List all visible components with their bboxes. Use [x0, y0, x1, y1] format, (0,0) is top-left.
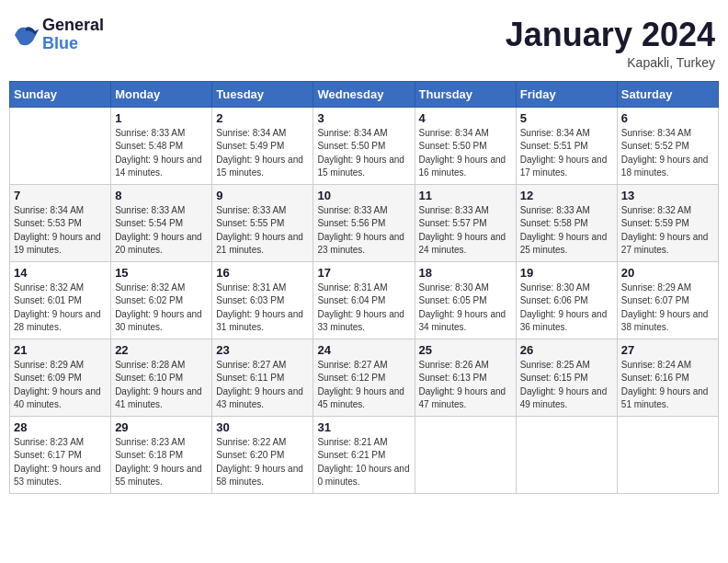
- day-number: 30: [216, 420, 309, 434]
- day-info: Sunrise: 8:33 AM Sunset: 5:58 PM Dayligh…: [520, 204, 613, 258]
- calendar-cell: 3Sunrise: 8:34 AM Sunset: 5:50 PM Daylig…: [313, 107, 415, 184]
- calendar-week-row: 21Sunrise: 8:29 AM Sunset: 6:09 PM Dayli…: [10, 339, 719, 416]
- month-title: January 2024: [506, 17, 715, 53]
- calendar-cell: 21Sunrise: 8:29 AM Sunset: 6:09 PM Dayli…: [10, 339, 111, 416]
- title-area: January 2024 Kapakli, Turkey: [506, 17, 715, 70]
- day-info: Sunrise: 8:31 AM Sunset: 6:04 PM Dayligh…: [317, 282, 410, 335]
- day-number: 21: [14, 343, 107, 357]
- calendar-week-row: 7Sunrise: 8:34 AM Sunset: 5:53 PM Daylig…: [10, 184, 719, 261]
- day-number: 13: [621, 189, 714, 202]
- day-number: 10: [317, 189, 410, 202]
- day-number: 28: [14, 420, 107, 434]
- day-info: Sunrise: 8:33 AM Sunset: 5:54 PM Dayligh…: [115, 204, 208, 258]
- day-info: Sunrise: 8:34 AM Sunset: 5:52 PM Dayligh…: [621, 127, 714, 180]
- calendar-cell: 9Sunrise: 8:33 AM Sunset: 5:55 PM Daylig…: [212, 184, 313, 261]
- calendar-cell: 23Sunrise: 8:27 AM Sunset: 6:11 PM Dayli…: [212, 339, 313, 416]
- calendar-cell: 2Sunrise: 8:34 AM Sunset: 5:49 PM Daylig…: [212, 107, 313, 184]
- day-number: 20: [621, 266, 714, 280]
- calendar-cell: 27Sunrise: 8:24 AM Sunset: 6:16 PM Dayli…: [617, 339, 718, 416]
- day-info: Sunrise: 8:34 AM Sunset: 5:50 PM Dayligh…: [317, 127, 410, 180]
- day-number: 18: [419, 266, 512, 280]
- calendar-cell: 26Sunrise: 8:25 AM Sunset: 6:15 PM Dayli…: [516, 339, 617, 416]
- day-number: 12: [520, 189, 613, 202]
- day-number: 19: [520, 266, 613, 280]
- calendar-cell: 29Sunrise: 8:23 AM Sunset: 6:18 PM Dayli…: [111, 416, 212, 493]
- day-info: Sunrise: 8:25 AM Sunset: 6:15 PM Dayligh…: [520, 359, 613, 412]
- calendar-cell: [10, 107, 111, 184]
- weekday-header: Friday: [516, 81, 617, 107]
- weekday-header: Tuesday: [212, 81, 313, 107]
- calendar-cell: 16Sunrise: 8:31 AM Sunset: 6:03 PM Dayli…: [212, 261, 313, 339]
- day-info: Sunrise: 8:30 AM Sunset: 6:05 PM Dayligh…: [419, 282, 512, 335]
- calendar-cell: 22Sunrise: 8:28 AM Sunset: 6:10 PM Dayli…: [111, 339, 212, 416]
- day-number: 15: [115, 266, 208, 280]
- calendar-cell: [617, 416, 718, 493]
- day-number: 29: [115, 420, 208, 434]
- day-number: 25: [419, 343, 512, 357]
- calendar-cell: 24Sunrise: 8:27 AM Sunset: 6:12 PM Dayli…: [313, 339, 415, 416]
- day-info: Sunrise: 8:24 AM Sunset: 6:16 PM Dayligh…: [621, 359, 714, 412]
- day-info: Sunrise: 8:34 AM Sunset: 5:49 PM Dayligh…: [216, 127, 309, 180]
- day-info: Sunrise: 8:29 AM Sunset: 6:09 PM Dayligh…: [14, 359, 107, 412]
- header: General Blue January 2024 Kapakli, Turke…: [9, 9, 719, 74]
- weekday-header: Wednesday: [313, 81, 415, 107]
- day-info: Sunrise: 8:27 AM Sunset: 6:12 PM Dayligh…: [317, 359, 410, 412]
- weekday-header: Sunday: [10, 81, 111, 107]
- day-info: Sunrise: 8:32 AM Sunset: 5:59 PM Dayligh…: [621, 204, 714, 258]
- day-info: Sunrise: 8:34 AM Sunset: 5:50 PM Dayligh…: [419, 127, 512, 180]
- day-info: Sunrise: 8:26 AM Sunset: 6:13 PM Dayligh…: [419, 359, 512, 412]
- day-info: Sunrise: 8:33 AM Sunset: 5:57 PM Dayligh…: [419, 204, 512, 258]
- day-number: 26: [520, 343, 613, 357]
- calendar-cell: 30Sunrise: 8:22 AM Sunset: 6:20 PM Dayli…: [212, 416, 313, 493]
- calendar-cell: 20Sunrise: 8:29 AM Sunset: 6:07 PM Dayli…: [617, 261, 718, 339]
- logo-text: General Blue: [42, 17, 104, 53]
- calendar-cell: 19Sunrise: 8:30 AM Sunset: 6:06 PM Dayli…: [516, 261, 617, 339]
- calendar-cell: [516, 416, 617, 493]
- day-number: 2: [216, 111, 309, 125]
- logo: General Blue: [13, 17, 104, 53]
- day-number: 9: [216, 189, 309, 202]
- calendar-cell: 28Sunrise: 8:23 AM Sunset: 6:17 PM Dayli…: [10, 416, 111, 493]
- day-info: Sunrise: 8:33 AM Sunset: 5:56 PM Dayligh…: [317, 204, 410, 258]
- logo-line1: General: [42, 17, 104, 35]
- calendar-cell: 11Sunrise: 8:33 AM Sunset: 5:57 PM Dayli…: [415, 184, 516, 261]
- day-info: Sunrise: 8:23 AM Sunset: 6:17 PM Dayligh…: [14, 436, 107, 489]
- calendar-cell: 4Sunrise: 8:34 AM Sunset: 5:50 PM Daylig…: [415, 107, 516, 184]
- day-number: 17: [317, 266, 410, 280]
- day-number: 22: [115, 343, 208, 357]
- day-info: Sunrise: 8:31 AM Sunset: 6:03 PM Dayligh…: [216, 282, 309, 335]
- calendar-cell: 25Sunrise: 8:26 AM Sunset: 6:13 PM Dayli…: [415, 339, 516, 416]
- logo-icon: [13, 22, 39, 48]
- calendar-header-row: SundayMondayTuesdayWednesdayThursdayFrid…: [10, 81, 719, 107]
- day-info: Sunrise: 8:34 AM Sunset: 5:51 PM Dayligh…: [520, 127, 613, 180]
- calendar-cell: 18Sunrise: 8:30 AM Sunset: 6:05 PM Dayli…: [415, 261, 516, 339]
- calendar-cell: 6Sunrise: 8:34 AM Sunset: 5:52 PM Daylig…: [617, 107, 718, 184]
- day-number: 27: [621, 343, 714, 357]
- calendar-week-row: 1Sunrise: 8:33 AM Sunset: 5:48 PM Daylig…: [10, 107, 719, 184]
- day-number: 31: [317, 420, 410, 434]
- calendar-cell: 13Sunrise: 8:32 AM Sunset: 5:59 PM Dayli…: [617, 184, 718, 261]
- day-number: 23: [216, 343, 309, 357]
- calendar-week-row: 28Sunrise: 8:23 AM Sunset: 6:17 PM Dayli…: [10, 416, 719, 493]
- calendar-cell: 12Sunrise: 8:33 AM Sunset: 5:58 PM Dayli…: [516, 184, 617, 261]
- calendar-week-row: 14Sunrise: 8:32 AM Sunset: 6:01 PM Dayli…: [10, 261, 719, 339]
- calendar-cell: 1Sunrise: 8:33 AM Sunset: 5:48 PM Daylig…: [111, 107, 212, 184]
- calendar-cell: 7Sunrise: 8:34 AM Sunset: 5:53 PM Daylig…: [10, 184, 111, 261]
- logo-line2: Blue: [42, 35, 104, 53]
- calendar-cell: 17Sunrise: 8:31 AM Sunset: 6:04 PM Dayli…: [313, 261, 415, 339]
- calendar-cell: 8Sunrise: 8:33 AM Sunset: 5:54 PM Daylig…: [111, 184, 212, 261]
- day-info: Sunrise: 8:29 AM Sunset: 6:07 PM Dayligh…: [621, 282, 714, 335]
- day-info: Sunrise: 8:22 AM Sunset: 6:20 PM Dayligh…: [216, 436, 309, 489]
- day-info: Sunrise: 8:34 AM Sunset: 5:53 PM Dayligh…: [14, 204, 107, 258]
- day-number: 16: [216, 266, 309, 280]
- day-number: 14: [14, 266, 107, 280]
- calendar-cell: 5Sunrise: 8:34 AM Sunset: 5:51 PM Daylig…: [516, 107, 617, 184]
- day-number: 8: [115, 189, 208, 202]
- day-number: 4: [419, 111, 512, 125]
- day-number: 3: [317, 111, 410, 125]
- weekday-header: Monday: [111, 81, 212, 107]
- day-info: Sunrise: 8:23 AM Sunset: 6:18 PM Dayligh…: [115, 436, 208, 489]
- day-info: Sunrise: 8:33 AM Sunset: 5:55 PM Dayligh…: [216, 204, 309, 258]
- calendar-cell: 10Sunrise: 8:33 AM Sunset: 5:56 PM Dayli…: [313, 184, 415, 261]
- day-number: 6: [621, 111, 714, 125]
